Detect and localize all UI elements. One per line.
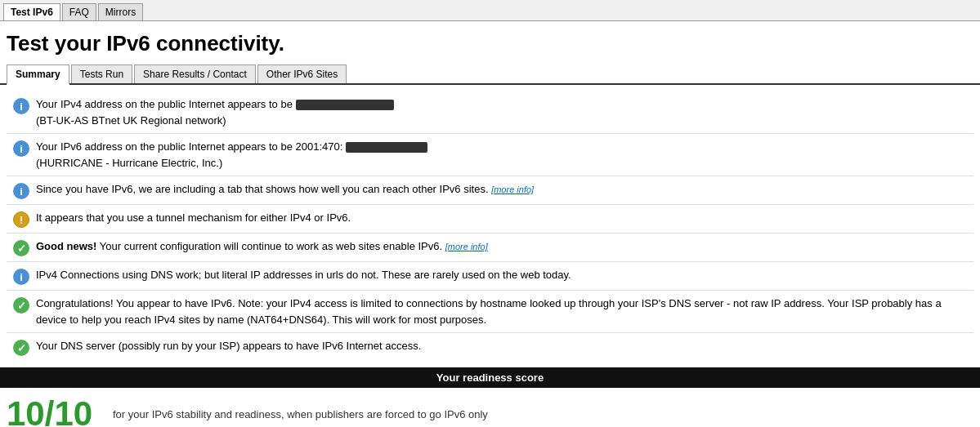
info-icon: i bbox=[13, 140, 29, 157]
list-item: i Your IPv4 address on the public Intern… bbox=[7, 91, 973, 134]
list-item: ✓ Congratulations! You appear to have IP… bbox=[7, 291, 973, 333]
ipv6-tab-text: Since you have IPv6, we are including a … bbox=[36, 181, 973, 198]
list-item: i Your IPv6 address on the public Intern… bbox=[7, 134, 973, 176]
score-description: for your IPv6 stability and readiness, w… bbox=[113, 408, 488, 420]
icon-cell: i bbox=[7, 139, 36, 157]
icon-cell: ✓ bbox=[7, 296, 36, 314]
list-item: ✓ Your DNS server (possibly run by your … bbox=[7, 333, 973, 361]
warning-icon: ! bbox=[13, 211, 29, 228]
tab-summary[interactable]: Summary bbox=[7, 64, 69, 85]
page-title: Test your IPv6 connectivity. bbox=[0, 21, 980, 64]
dns-text: IPv4 Connections using DNS work; but lit… bbox=[36, 267, 973, 283]
ipv6-address-text: Your IPv6 address on the public Internet… bbox=[36, 139, 973, 171]
tab-tests-run[interactable]: Tests Run bbox=[71, 64, 132, 83]
congrats-text: Congratulations! You appear to have IPv6… bbox=[36, 296, 973, 327]
more-info-link-2[interactable]: [more info] bbox=[445, 242, 488, 251]
sub-tabs: Summary Tests Run Share Results / Contac… bbox=[0, 64, 980, 85]
list-item: i IPv4 Connections using DNS work; but l… bbox=[7, 262, 973, 291]
top-nav-tab-faq[interactable]: FAQ bbox=[62, 3, 96, 20]
info-icon: i bbox=[13, 269, 29, 285]
list-item: i Since you have IPv6, we are including … bbox=[7, 176, 973, 205]
top-navigation: Test IPv6 FAQ Mirrors bbox=[0, 0, 980, 21]
tab-other-ipv6-sites[interactable]: Other IPv6 Sites bbox=[257, 64, 347, 83]
ok-icon: ✓ bbox=[13, 297, 29, 314]
icon-cell: ✓ bbox=[7, 238, 36, 256]
tab-share-results[interactable]: Share Results / Contact bbox=[134, 64, 256, 83]
info-icon: i bbox=[13, 98, 29, 114]
good-news-text: Good news! Your current configuration wi… bbox=[36, 238, 973, 255]
score-section: 10/10 for your IPv6 stability and readin… bbox=[0, 388, 980, 427]
ipv4-redacted bbox=[296, 100, 394, 110]
ipv6-redacted bbox=[346, 142, 427, 153]
icon-cell: ✓ bbox=[7, 338, 36, 356]
content-area: i Your IPv4 address on the public Intern… bbox=[0, 85, 980, 361]
list-item: ! It appears that you use a tunnel mecha… bbox=[7, 205, 973, 234]
top-nav-tab-mirrors[interactable]: Mirrors bbox=[98, 3, 143, 20]
icon-cell: i bbox=[7, 96, 36, 114]
icon-cell: ! bbox=[7, 210, 36, 228]
score-value: 10/10 bbox=[7, 394, 96, 427]
ok-icon: ✓ bbox=[13, 240, 29, 256]
readiness-score-bar: Your readiness score bbox=[0, 367, 980, 388]
list-item: ✓ Good news! Your current configuration … bbox=[7, 234, 973, 262]
ipv4-address-text: Your IPv4 address on the public Internet… bbox=[36, 96, 973, 128]
icon-cell: i bbox=[7, 181, 36, 199]
dns-server-text: Your DNS server (possibly run by your IS… bbox=[36, 338, 973, 354]
top-nav-tab-testipv6[interactable]: Test IPv6 bbox=[3, 3, 60, 20]
ok-icon: ✓ bbox=[13, 340, 29, 356]
tunnel-text: It appears that you use a tunnel mechani… bbox=[36, 210, 973, 226]
icon-cell: i bbox=[7, 267, 36, 285]
info-icon: i bbox=[13, 183, 29, 199]
more-info-link-1[interactable]: [more info] bbox=[491, 185, 534, 194]
